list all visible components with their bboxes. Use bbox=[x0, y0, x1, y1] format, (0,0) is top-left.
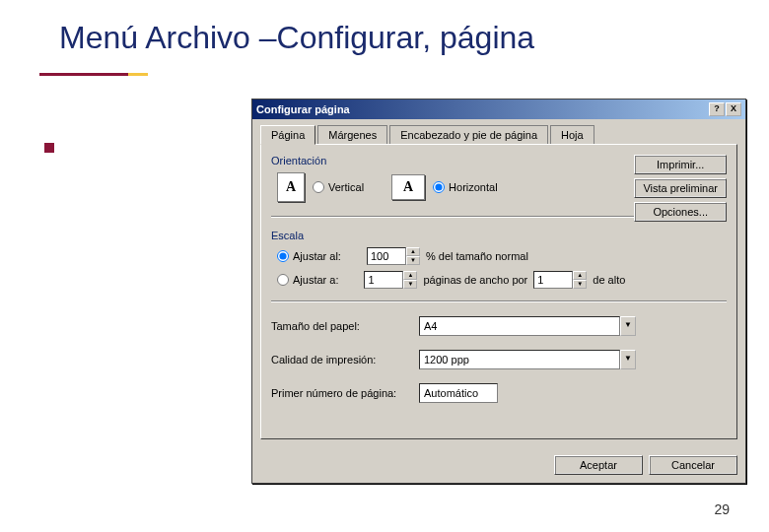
dialog-footer: Aceptar Cancelar bbox=[252, 447, 745, 483]
portrait-icon: A bbox=[277, 172, 305, 202]
spin-up-icon[interactable]: ▲ bbox=[406, 247, 420, 256]
paper-size-label: Tamaño del papel: bbox=[271, 320, 419, 332]
tab-encabezado[interactable]: Encabezado y pie de página bbox=[389, 125, 548, 144]
print-button[interactable]: Imprimir... bbox=[634, 155, 727, 174]
fit-width-suffix: páginas de ancho por bbox=[423, 274, 527, 286]
dialog-title: Configurar página bbox=[256, 103, 709, 115]
radio-ajustar-a[interactable]: Ajustar a: bbox=[277, 274, 338, 286]
scale-percent-spinner[interactable]: ▲ ▼ bbox=[367, 247, 420, 265]
radio-horizontal-input[interactable] bbox=[433, 181, 445, 193]
tab-hoja[interactable]: Hoja bbox=[550, 125, 594, 144]
fit-height-spinner[interactable]: ▲ ▼ bbox=[533, 271, 587, 289]
spin-down-icon[interactable]: ▼ bbox=[403, 280, 417, 289]
chevron-down-icon[interactable]: ▼ bbox=[620, 316, 636, 336]
cancel-button[interactable]: Cancelar bbox=[649, 455, 737, 475]
tab-strip: Página Márgenes Encabezado y pie de pági… bbox=[252, 119, 745, 144]
print-quality-dropdown[interactable]: ▼ bbox=[419, 350, 636, 369]
accept-button[interactable]: Aceptar bbox=[554, 455, 643, 475]
print-quality-value[interactable] bbox=[419, 350, 620, 369]
radio-ajustar-al-input[interactable] bbox=[277, 250, 289, 262]
fit-width-spinner[interactable]: ▲ ▼ bbox=[364, 271, 417, 289]
paper-size-value[interactable] bbox=[419, 316, 620, 336]
tab-panel-pagina: Imprimir... Vista preliminar Opciones...… bbox=[260, 144, 737, 439]
fit-height-suffix: de alto bbox=[593, 274, 625, 286]
print-quality-label: Calidad de impresión: bbox=[271, 354, 419, 366]
chevron-down-icon[interactable]: ▼ bbox=[620, 350, 636, 369]
slide-title: Menú Archivo –Configurar, página bbox=[0, 0, 769, 56]
fit-width-input[interactable] bbox=[364, 271, 403, 289]
radio-ajustar-a-input[interactable] bbox=[277, 274, 289, 286]
paper-size-dropdown[interactable]: ▼ bbox=[419, 316, 636, 336]
radio-ajustar-al[interactable]: Ajustar al: bbox=[277, 250, 341, 262]
slide-page-number: 29 bbox=[714, 501, 730, 517]
scale-percent-suffix: % del tamaño normal bbox=[426, 250, 528, 262]
first-page-input[interactable] bbox=[419, 383, 498, 403]
page-setup-dialog: Configurar página ? X Página Márgenes En… bbox=[251, 99, 746, 484]
first-page-label: Primer número de página: bbox=[271, 387, 419, 399]
scale-group-label: Escala bbox=[271, 230, 727, 241]
landscape-icon: A bbox=[391, 174, 425, 200]
help-button[interactable]: ? bbox=[709, 102, 725, 116]
tab-pagina[interactable]: Página bbox=[260, 125, 315, 145]
options-button[interactable]: Opciones... bbox=[634, 202, 727, 222]
radio-horizontal[interactable]: Horizontal bbox=[433, 181, 498, 193]
spin-down-icon[interactable]: ▼ bbox=[573, 280, 587, 289]
radio-vertical-label: Vertical bbox=[328, 181, 364, 193]
spin-up-icon[interactable]: ▲ bbox=[403, 271, 417, 280]
scale-percent-input[interactable] bbox=[367, 247, 406, 265]
fit-height-input[interactable] bbox=[533, 271, 573, 289]
divider bbox=[271, 300, 727, 302]
radio-vertical-input[interactable] bbox=[313, 181, 324, 193]
radio-ajustar-a-label: Ajustar a: bbox=[293, 274, 338, 286]
radio-horizontal-label: Horizontal bbox=[449, 181, 498, 193]
tab-margenes[interactable]: Márgenes bbox=[317, 125, 387, 144]
radio-vertical[interactable]: Vertical bbox=[313, 181, 364, 193]
radio-ajustar-al-label: Ajustar al: bbox=[293, 250, 341, 262]
preview-button[interactable]: Vista preliminar bbox=[634, 178, 727, 198]
accent-bar bbox=[39, 73, 730, 76]
close-button[interactable]: X bbox=[726, 102, 741, 116]
bullet-icon bbox=[44, 143, 54, 153]
spin-up-icon[interactable]: ▲ bbox=[573, 271, 587, 280]
dialog-titlebar: Configurar página ? X bbox=[252, 100, 745, 119]
spin-down-icon[interactable]: ▼ bbox=[406, 256, 420, 265]
